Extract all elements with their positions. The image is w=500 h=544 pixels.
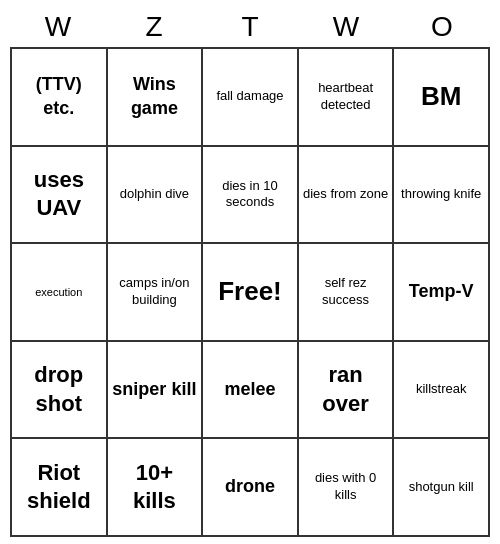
cell-text-7: dies in 10 seconds xyxy=(207,178,293,212)
cell-text-22: drone xyxy=(225,475,275,498)
bingo-cell-8: dies from zone xyxy=(299,147,395,245)
cell-text-0: (TTV) etc. xyxy=(36,73,82,120)
header-col-t-2: T xyxy=(202,7,298,47)
header-col-o-4: O xyxy=(394,7,490,47)
bingo-cell-1: Wins game xyxy=(108,49,204,147)
cell-text-4: BM xyxy=(421,80,461,114)
cell-text-23: dies with 0 kills xyxy=(303,470,389,504)
cell-text-20: Riot shield xyxy=(16,459,102,516)
bingo-cell-4: BM xyxy=(394,49,490,147)
cell-text-1: Wins game xyxy=(112,73,198,120)
cell-text-3: heartbeat detected xyxy=(303,80,389,114)
bingo-cell-21: 10+ kills xyxy=(108,439,204,537)
header-col-w-0: W xyxy=(10,7,106,47)
bingo-cell-12: Free! xyxy=(203,244,299,342)
header-col-z-1: Z xyxy=(106,7,202,47)
bingo-cell-6: dolphin dive xyxy=(108,147,204,245)
bingo-cell-20: Riot shield xyxy=(12,439,108,537)
bingo-cell-18: ran over xyxy=(299,342,395,440)
bingo-cell-5: uses UAV xyxy=(12,147,108,245)
cell-text-2: fall damage xyxy=(216,88,283,105)
bingo-cell-2: fall damage xyxy=(203,49,299,147)
cell-text-12: Free! xyxy=(218,275,282,309)
bingo-cell-16: sniper kill xyxy=(108,342,204,440)
bingo-cell-23: dies with 0 kills xyxy=(299,439,395,537)
bingo-cell-3: heartbeat detected xyxy=(299,49,395,147)
cell-text-18: ran over xyxy=(303,361,389,418)
cell-text-24: shotgun kill xyxy=(409,479,474,496)
bingo-cell-14: Temp-V xyxy=(394,244,490,342)
bingo-cell-9: throwing knife xyxy=(394,147,490,245)
cell-text-9: throwing knife xyxy=(401,186,481,203)
bingo-cell-7: dies in 10 seconds xyxy=(203,147,299,245)
bingo-grid: (TTV) etc.Wins gamefall damageheartbeat … xyxy=(10,47,490,537)
cell-text-15: drop shot xyxy=(16,361,102,418)
header-col-w-3: W xyxy=(298,7,394,47)
cell-text-19: killstreak xyxy=(416,381,467,398)
bingo-cell-22: drone xyxy=(203,439,299,537)
bingo-card: WZTWO (TTV) etc.Wins gamefall damagehear… xyxy=(10,7,490,537)
bingo-cell-24: shotgun kill xyxy=(394,439,490,537)
bingo-cell-0: (TTV) etc. xyxy=(12,49,108,147)
cell-text-8: dies from zone xyxy=(303,186,388,203)
cell-text-5: uses UAV xyxy=(16,166,102,223)
cell-text-13: self rez success xyxy=(303,275,389,309)
cell-text-14: Temp-V xyxy=(409,280,474,303)
bingo-cell-17: melee xyxy=(203,342,299,440)
cell-text-10: execution xyxy=(35,285,82,299)
cell-text-21: 10+ kills xyxy=(112,459,198,516)
bingo-cell-19: killstreak xyxy=(394,342,490,440)
bingo-cell-10: execution xyxy=(12,244,108,342)
bingo-cell-11: camps in/on building xyxy=(108,244,204,342)
cell-text-11: camps in/on building xyxy=(112,275,198,309)
cell-text-16: sniper kill xyxy=(112,378,196,401)
bingo-cell-15: drop shot xyxy=(12,342,108,440)
bingo-cell-13: self rez success xyxy=(299,244,395,342)
cell-text-17: melee xyxy=(224,378,275,401)
cell-text-6: dolphin dive xyxy=(120,186,189,203)
bingo-header: WZTWO xyxy=(10,7,490,47)
